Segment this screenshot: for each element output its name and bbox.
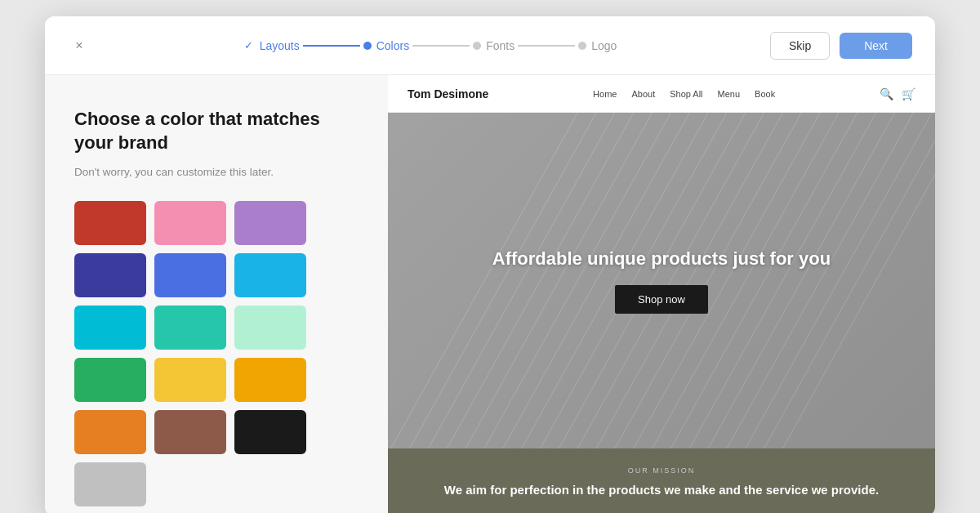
header-actions: Skip Next [770, 32, 912, 60]
header: × ✓ Layouts Colors Fonts [45, 16, 935, 75]
step-colors[interactable]: Colors [363, 39, 409, 52]
nav-link-shop all[interactable]: Shop All [670, 89, 702, 99]
search-icon: 🔍 [880, 87, 893, 100]
color-swatch-14[interactable] [234, 410, 306, 454]
nav-link-about[interactable]: About [631, 89, 655, 99]
preview-hero: Affordable unique products just for you … [388, 113, 935, 448]
skip-button[interactable]: Skip [770, 32, 830, 60]
step-label-layouts: Layouts [260, 39, 300, 52]
nav-link-home[interactable]: Home [593, 89, 617, 99]
step-label-logo: Logo [591, 39, 617, 52]
mission-text: We aim for perfection in the products we… [408, 481, 915, 498]
preview-mission: OUR MISSION We aim for perfection in the… [388, 448, 935, 513]
step-fonts[interactable]: Fonts [473, 39, 514, 52]
right-panel: Tom Desimone HomeAboutShop AllMenuBook 🔍… [388, 75, 935, 513]
color-swatch-13[interactable] [154, 410, 226, 454]
preview-nav-links: HomeAboutShop AllMenuBook [593, 89, 775, 99]
step-dot-colors [363, 42, 372, 50]
body: Choose a color that matches your brand D… [45, 75, 935, 513]
mission-label: OUR MISSION [408, 466, 915, 475]
left-panel: Choose a color that matches your brand D… [45, 75, 388, 513]
preview-nav-icons: 🔍 🛒 [880, 87, 915, 100]
color-grid [74, 201, 359, 506]
color-swatch-3[interactable] [74, 253, 146, 297]
panel-title: Choose a color that matches your brand [74, 108, 359, 154]
color-swatch-4[interactable] [154, 253, 226, 297]
color-swatch-9[interactable] [74, 358, 146, 402]
color-swatch-15[interactable] [74, 462, 146, 506]
steps-nav: ✓ Layouts Colors Fonts Logo [244, 39, 617, 52]
color-swatch-11[interactable] [234, 358, 306, 402]
step-label-colors: Colors [376, 39, 409, 52]
main-window: × ✓ Layouts Colors Fonts [45, 16, 935, 513]
preview-nav: Tom Desimone HomeAboutShop AllMenuBook 🔍… [388, 75, 935, 113]
color-swatch-7[interactable] [154, 306, 226, 350]
hero-content: Affordable unique products just for you … [492, 248, 831, 314]
panel-subtitle: Don't worry, you can customize this late… [74, 166, 359, 178]
next-button[interactable]: Next [840, 33, 912, 59]
nav-link-book[interactable]: Book [755, 89, 775, 99]
color-swatch-1[interactable] [154, 201, 226, 245]
nav-link-menu[interactable]: Menu [718, 89, 741, 99]
step-dot-logo [578, 42, 586, 50]
color-swatch-0[interactable] [74, 201, 146, 245]
color-swatch-2[interactable] [234, 201, 306, 245]
step-line-3 [518, 45, 575, 47]
color-swatch-12[interactable] [74, 410, 146, 454]
hero-shop-button[interactable]: Shop now [615, 285, 708, 314]
step-line-2 [412, 45, 470, 47]
step-layouts[interactable]: ✓ Layouts [244, 39, 300, 52]
color-swatch-8[interactable] [234, 306, 306, 350]
close-button[interactable]: × [68, 34, 91, 57]
color-swatch-6[interactable] [74, 306, 146, 350]
preview-brand: Tom Desimone [408, 87, 488, 100]
color-swatch-5[interactable] [234, 253, 306, 297]
preview-window: Tom Desimone HomeAboutShop AllMenuBook 🔍… [388, 75, 935, 513]
step-line-1 [303, 45, 360, 47]
color-swatch-10[interactable] [154, 358, 226, 402]
step-label-fonts: Fonts [486, 39, 514, 52]
step-dot-fonts [473, 42, 481, 50]
cart-icon: 🛒 [902, 87, 915, 100]
step-logo[interactable]: Logo [578, 39, 617, 52]
check-icon: ✓ [244, 39, 253, 51]
hero-heading: Affordable unique products just for you [492, 248, 831, 271]
